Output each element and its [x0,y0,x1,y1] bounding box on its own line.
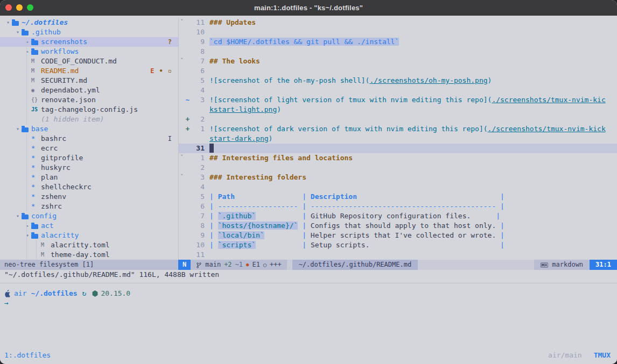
line-text[interactable] [205,66,209,76]
editor-line[interactable]: ˇ3### Interesting folders [179,173,617,182]
editor-line[interactable]: 2 [179,163,617,173]
tmux-session-name: air/main [548,351,582,359]
expander-icon[interactable]: ▸ [24,47,31,56]
tree-item-alacritty[interactable]: ▾alacritty [0,231,178,240]
line-text[interactable]: ![screenshot of light version of tmux wi… [205,95,606,105]
tree-item-alacritty-toml[interactable]: Malacritty.toml [0,240,178,250]
line-text[interactable] [205,85,209,95]
line-text[interactable] [205,182,209,192]
editor-line[interactable]: +1![screenshot of dark version of tmux w… [179,124,617,134]
editor-line[interactable]: 9| `local/bin` | Helper scripts that I'v… [179,231,617,240]
line-text[interactable]: | `hosts/{hostname}/` | Configs that sho… [205,221,504,231]
shell-pane[interactable]: air ~/.dotfiles ↻ 20.15.0 → [0,283,617,308]
zoom-button[interactable] [27,4,33,11]
line-text[interactable] [205,27,209,37]
tree-item-renovate-json[interactable]: {}renovate.json [0,95,178,105]
editor-line[interactable]: 5| Path | Description | [179,192,617,202]
fold-icon[interactable]: ˇ [179,18,185,27]
tree-item-act[interactable]: ▸act [0,221,178,231]
diagnostic-errors: E1 [252,260,260,270]
tree-item-dotfiles[interactable]: ▾~/.dotfiles [0,18,178,27]
editor-line[interactable]: 6 [179,66,617,76]
editor-line[interactable]: 4 [179,85,617,95]
line-text[interactable]: | Path | Description | [205,192,504,202]
editor-line[interactable]: +2 [179,115,617,124]
tree-item-huskyrc[interactable]: *huskyrc [0,163,178,173]
editor-line[interactable]: 4 [179,182,617,192]
tree-item-zshrc[interactable]: *zshrc [0,202,178,211]
editor-line[interactable]: ˇ11### Updates [179,18,617,27]
expander-icon[interactable]: ▸ [24,221,31,231]
editor-line[interactable]: 8| `hosts/{hostname}/` | Configs that sh… [179,221,617,231]
line-text[interactable] [205,47,209,56]
expander-icon[interactable]: ▾ [14,27,22,37]
tree-item-theme-day-toml[interactable]: Mtheme-day.toml [0,250,178,260]
line-text[interactable]: kstart-light.png) [205,105,281,115]
titlebar[interactable]: main:1:.dotfiles - "ks~/.dotfiles" [0,0,617,16]
minimize-button[interactable] [16,4,23,11]
editor-line[interactable]: 10| `scripts` | Setup scripts. | [179,240,617,250]
editor-line[interactable]: 7| `.github` | GitHub Repository configu… [179,211,617,221]
line-text[interactable]: ## The looks [205,56,260,66]
expander-icon[interactable]: ▾ [14,211,22,221]
editor-line[interactable]: 6| ------------------- | ---------------… [179,202,617,211]
fold-column [179,250,185,260]
expander-icon[interactable]: ▾ [14,124,22,134]
line-text[interactable]: `cd $HOME/.dotfiles && git pull && ./ins… [205,37,399,47]
fold-icon[interactable]: ˇ [179,173,185,182]
tree-item-code-of-conduct-md[interactable]: MCODE_OF_CONDUCT.md [0,56,178,66]
git-sign [185,56,191,66]
line-text[interactable]: | `scripts` | Setup scripts. | [205,240,504,250]
tree-item-shellcheckrc[interactable]: *shellcheckrc [0,182,178,192]
editor-line[interactable]: 11 [179,250,617,260]
editor-line[interactable]: ~3![screenshot of light version of tmux … [179,95,617,105]
tree-item-github[interactable]: ▾.github [0,27,178,37]
tree-item-security-md[interactable]: MSECURITY.md [0,76,178,85]
close-button[interactable] [5,4,12,11]
line-text[interactable]: | ------------------- | ----------------… [205,202,504,211]
line-text[interactable] [205,163,209,173]
expander-icon[interactable]: ▾ [4,18,12,27]
line-text[interactable]: | `.github` | GitHub Repository configur… [205,211,500,221]
editor-line[interactable]: ˇ1## Interesting files and locations [179,153,617,163]
neotree-sidebar[interactable]: ▾~/.dotfiles▾.github▸screenshots?▸workfl… [0,18,178,260]
item-label: zshrc [41,202,62,211]
line-text[interactable]: ## Interesting files and locations [205,153,353,163]
editor-line[interactable]: 5![screenshot of the oh-my-posh shell](.… [179,76,617,85]
editor-line[interactable]: 10 [179,27,617,37]
line-text[interactable] [205,115,209,124]
tree-item-workflows[interactable]: ▸workflows [0,47,178,56]
fold-icon[interactable]: ˇ [179,56,185,66]
line-text[interactable]: ![screenshot of dark version of tmux wit… [205,124,606,134]
editor-line[interactable]: 31 [179,144,617,153]
tree-item-tag-changelog-config-js[interactable]: JStag-changelog-config.js [0,105,178,115]
tree-item-readme-md[interactable]: MREADME.mdE•▫ [0,66,178,76]
tree-item-base[interactable]: ▾base [0,124,178,134]
line-text[interactable]: ### Interesting folders [205,173,306,182]
line-text[interactable] [205,250,209,260]
expander-icon[interactable]: ▸ [24,37,31,47]
line-text[interactable]: | `local/bin` | Helper scripts that I've… [205,231,504,240]
line-text[interactable]: ![screenshot of the oh-my-posh shell](./… [205,76,492,85]
tmux-window-tab[interactable]: 1:.dotfiles [4,351,51,359]
tree-item-screenshots[interactable]: ▸screenshots? [0,37,178,47]
fold-icon[interactable]: ˇ [179,153,185,163]
expander-icon[interactable]: ▾ [24,231,31,240]
line-text[interactable]: start-dark.png) [205,134,272,144]
tree-item-1-hidden-item[interactable]: (1 hidden item) [0,115,178,124]
tree-item-plan[interactable]: *plan [0,173,178,182]
editor-line[interactable]: start-dark.png) [179,134,617,144]
tree-item-bashrc[interactable]: *bashrcI [0,134,178,144]
editor-line[interactable]: kstart-light.png) [179,105,617,115]
tree-item-zshenv[interactable]: *zshenv [0,192,178,202]
editor-line[interactable]: ˇ7## The looks [179,56,617,66]
tree-item-config[interactable]: ▾config [0,211,178,221]
editor-pane[interactable]: ˇ11### Updates109`cd $HOME/.dotfiles && … [178,18,617,260]
editor-line[interactable]: 8 [179,47,617,56]
tree-item-gitprofile[interactable]: *gitprofile [0,153,178,163]
tree-item-dependabot-yml[interactable]: ◉dependabot.yml [0,85,178,95]
line-text[interactable] [205,144,214,153]
tree-item-ecrc[interactable]: *ecrc [0,144,178,153]
editor-line[interactable]: 9`cd $HOME/.dotfiles && git pull && ./in… [179,37,617,47]
line-text[interactable]: ### Updates [205,18,256,27]
